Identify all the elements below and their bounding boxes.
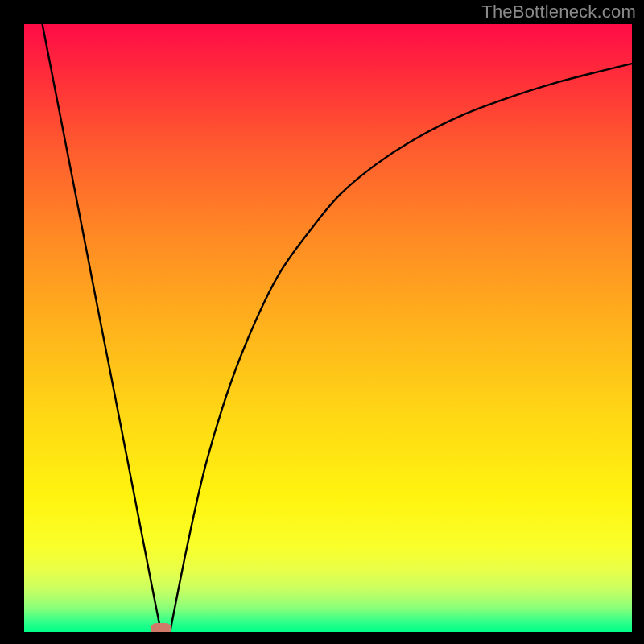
optimal-marker <box>151 623 171 632</box>
plot-area <box>24 24 632 632</box>
bottleneck-curve <box>43 24 632 632</box>
watermark-text: TheBottleneck.com <box>481 2 636 23</box>
chart-frame: TheBottleneck.com <box>0 0 644 644</box>
curve-overlay <box>24 24 632 632</box>
